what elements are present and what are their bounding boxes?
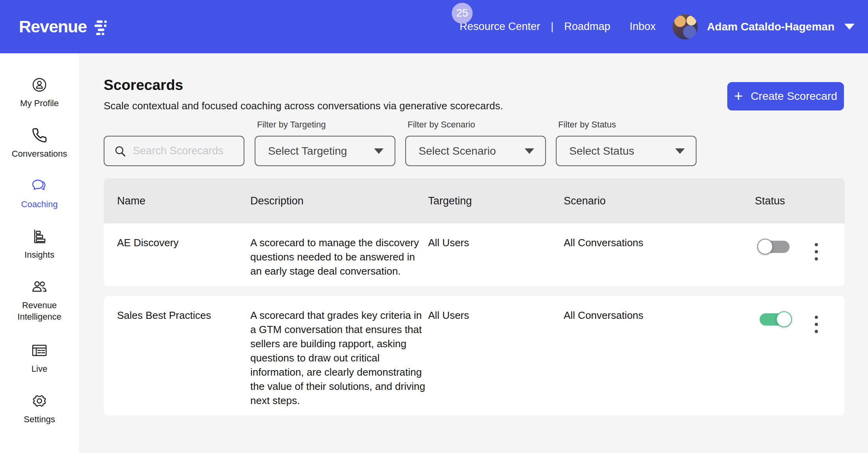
notification-count-badge[interactable]: 25	[452, 3, 473, 24]
status-select[interactable]: Select Status	[556, 136, 697, 166]
search-input[interactable]	[133, 145, 236, 157]
sidebar-item-settings[interactable]: Settings	[0, 393, 79, 425]
sidebar-item-conversations[interactable]: Conversations	[0, 127, 79, 159]
scorecard-targeting: All Users	[428, 308, 564, 322]
main-content: Scorecards Scale contextual and focused …	[79, 53, 868, 453]
user-circle-icon	[32, 77, 47, 93]
row-actions-kebab-icon[interactable]	[812, 241, 821, 262]
scorecard-targeting: All Users	[428, 236, 564, 250]
column-header-scenario: Scenario	[564, 195, 755, 207]
logo-mark-icon	[92, 19, 109, 36]
chevron-down-icon	[675, 148, 685, 154]
scorecard-name: AE Discovery	[117, 236, 250, 250]
column-header-name: Name	[117, 195, 250, 207]
plus-icon: +	[734, 88, 743, 103]
table-body: AE Discovery A scorecard to manage the d…	[104, 223, 845, 416]
chat-bubbles-icon	[32, 178, 47, 194]
sidebar-item-revenue-intelligence[interactable]: Revenue Intelligence	[0, 279, 79, 322]
sidebar-item-live[interactable]: Live	[0, 343, 79, 374]
status-toggle-off[interactable]	[760, 241, 790, 253]
filter-by-status-label: Filter by Status	[558, 120, 616, 130]
status-select-value: Select Status	[569, 145, 634, 157]
nav-inbox[interactable]: Inbox	[630, 21, 656, 33]
nav-roadmap[interactable]: Roadmap	[564, 21, 610, 33]
sidebar-item-label: Insights	[24, 249, 54, 260]
sidebar-nav: My ProfileConversationsCoachingInsightsR…	[0, 53, 79, 453]
scorecard-scenario: All Conversations	[564, 236, 755, 250]
user-name[interactable]: Adam Cataldo-Hageman	[707, 21, 834, 33]
user-menu-chevron-down-icon[interactable]	[844, 24, 855, 30]
scorecard-description: A scorecard that grades key criteria in …	[250, 308, 428, 408]
nav-divider: |	[551, 21, 553, 33]
page-subtitle: Scale contextual and focused coaching ac…	[104, 100, 503, 112]
sidebar-item-label: Conversations	[12, 148, 67, 159]
bar-chart-icon	[32, 228, 47, 244]
table-icon	[32, 343, 47, 358]
search-scorecards-box	[104, 136, 244, 166]
sidebar-item-label: Coaching	[21, 198, 58, 210]
users-icon	[32, 279, 47, 295]
row-actions-kebab-icon[interactable]	[812, 314, 821, 335]
nav-resource-center[interactable]: Resource Center	[460, 21, 540, 33]
top-navigation: Resource Center | Roadmap Inbox Adam Cat…	[460, 0, 855, 53]
targeting-select[interactable]: Select Targeting	[255, 136, 395, 166]
page-title: Scorecards	[104, 77, 183, 94]
scenario-select-value: Select Scenario	[419, 145, 496, 157]
sidebar-item-label: Live	[32, 363, 47, 374]
chevron-down-icon	[525, 148, 534, 154]
column-header-status: Status	[755, 195, 845, 207]
table-header-row: Name Description Targeting Scenario Stat…	[104, 178, 845, 223]
targeting-select-value: Select Targeting	[268, 145, 347, 157]
column-header-description: Description	[250, 195, 428, 207]
create-scorecard-label: Create Scorecard	[751, 90, 837, 103]
phone-icon	[32, 127, 47, 143]
user-avatar[interactable]	[672, 14, 698, 39]
filter-by-scenario-label: Filter by Scenario	[408, 120, 475, 130]
column-header-targeting: Targeting	[428, 195, 564, 207]
sidebar-item-my-profile[interactable]: My Profile	[0, 77, 79, 109]
gear-icon	[32, 393, 47, 409]
scorecards-table: Name Description Targeting Scenario Stat…	[104, 178, 845, 416]
table-row: AE Discovery A scorecard to manage the d…	[104, 223, 845, 286]
top-header-bar: Revenue Resource Center | Roadmap Inbox …	[0, 0, 868, 53]
table-row: Sales Best Practices A scorecard that gr…	[104, 296, 845, 416]
toggle-knob	[757, 239, 773, 255]
scorecard-description: A scorecard to manage the discovery ques…	[250, 236, 428, 278]
toggle-knob	[776, 311, 792, 327]
search-icon	[114, 144, 127, 159]
scenario-select[interactable]: Select Scenario	[405, 136, 546, 166]
filter-by-targeting-label: Filter by Targeting	[257, 120, 326, 130]
scorecard-scenario: All Conversations	[564, 308, 755, 322]
app-logo[interactable]: Revenue	[19, 0, 109, 53]
sidebar-item-label: Revenue Intelligence	[10, 300, 69, 322]
sidebar-item-coaching[interactable]: Coaching	[0, 178, 79, 210]
sidebar-item-insights[interactable]: Insights	[0, 228, 79, 260]
sidebar-item-label: Settings	[24, 414, 55, 425]
logo-text: Revenue	[19, 17, 87, 36]
create-scorecard-button[interactable]: + Create Scorecard	[727, 82, 844, 110]
status-toggle-on[interactable]	[760, 313, 790, 326]
sidebar-item-label: My Profile	[20, 97, 59, 109]
scorecard-name: Sales Best Practices	[117, 308, 250, 322]
chevron-down-icon	[374, 148, 384, 154]
